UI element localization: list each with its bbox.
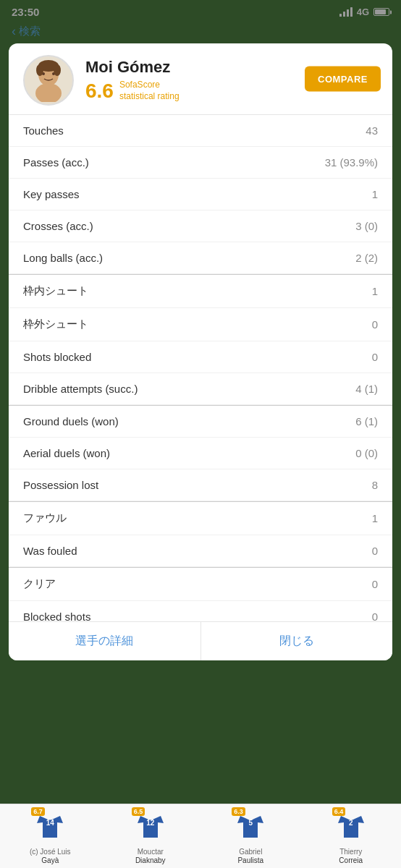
stat-row-key-passes: Key passes 1 [9,179,392,210]
stat-row-possession-lost: Possession lost 8 [9,469,392,501]
stat-label: Dribble attempts (succ.) [23,383,138,395]
svg-point-5 [35,83,62,102]
jersey-wrap: 5 6.3 [235,810,266,845]
stat-row-shots-on: 枠内シュート 1 [9,275,392,308]
stat-row-passes: Passes (acc.) 31 (93.9%) [9,147,392,179]
jersey-number: 5 [248,819,253,827]
rating-badge: 6.3 [232,807,245,816]
player-mini-name: Diaknaby [135,856,166,865]
stat-row-shots-off: 枠外シュート 0 [9,308,392,341]
jersey-wrap: 14 6.7 [34,810,66,845]
player-mini-role: Mouctar [138,848,164,856]
stat-value: 1 [372,512,378,524]
rating-badge: 6.5 [132,807,145,816]
stat-value: 1 [372,188,378,200]
player-mini-role: Thierry [339,848,362,856]
stat-value: 8 [372,479,378,491]
jersey-wrap: 12 6.5 [135,810,166,845]
player-header: Moi Gómez 6.6 SofaScorestatistical ratin… [9,43,392,114]
stat-label: Key passes [23,188,80,200]
player-mini-role: (c) José Luis [30,848,71,856]
modal-overlay: Moi Gómez 6.6 SofaScorestatistical ratin… [0,0,401,868]
stat-label: 枠内シュート [23,284,88,298]
stat-label: クリア [23,577,56,591]
stat-label: ファウル [23,511,67,525]
player-mini-correia[interactable]: 2 6.4 Thierry Correia [322,810,380,865]
stat-row-blocked-shots: Blocked shots 0 [9,601,392,621]
stat-value: 0 [372,318,378,331]
player-mini-name: Paulista [237,856,263,865]
stat-row-crosses: Crosses (acc.) 3 (0) [9,210,392,242]
stat-label: Ground duels (won) [23,415,119,427]
stat-label: Touches [23,124,64,137]
svg-point-9 [36,64,43,76]
player-mini-paulista[interactable]: 5 6.3 Gabriel Paulista [221,810,279,865]
jersey-number: 2 [349,819,353,827]
stat-label: Possession lost [23,479,98,491]
stat-value: 4 (1) [355,383,378,395]
stat-row-long-balls: Long balls (acc.) 2 (2) [9,242,392,274]
svg-point-10 [54,64,61,76]
player-bar: 14 6.7 (c) José Luis Gayà 12 6.5 Mouctar… [0,804,401,868]
stat-row-ground-duels: Ground duels (won) 6 (1) [9,406,392,438]
stat-value: 2 (2) [355,252,378,264]
stat-value: 0 [372,610,378,621]
stat-label: 枠外シュート [23,318,88,331]
stat-value: 3 (0) [355,220,378,232]
close-button[interactable]: 閉じる [201,622,393,660]
avatar [23,55,74,106]
player-mini-gayà[interactable]: 14 6.7 (c) José Luis Gayà [21,810,79,865]
player-stats-modal: Moi Gómez 6.6 SofaScorestatistical ratin… [9,43,392,660]
stat-label: Long balls (acc.) [23,252,103,264]
stat-label: Blocked shots [23,610,90,621]
player-mini-role: Gabriel [239,848,262,856]
stat-label: Was fouled [23,545,77,557]
stat-row-was-fouled: Was fouled 0 [9,535,392,567]
jersey-wrap: 2 6.4 [335,810,367,845]
rating-badge: 6.7 [31,807,45,816]
rating-value: 6.6 [85,80,114,103]
stat-row-aerial-duels: Aerial duels (won) 0 (0) [9,438,392,469]
stat-label: Shots blocked [23,351,91,363]
player-mini-diaknaby[interactable]: 12 6.5 Mouctar Diaknaby [122,810,180,865]
modal-footer: 選手の詳細 閉じる [9,621,392,660]
rating-badge: 6.4 [332,807,346,816]
stats-list: Touches 43 Passes (acc.) 31 (93.9%) Key … [9,115,392,621]
compare-button[interactable]: COMPARE [305,67,381,92]
jersey-number: 12 [146,819,154,827]
stat-label: Passes (acc.) [23,156,89,169]
rating-label: SofaScorestatistical rating [119,80,180,102]
player-detail-button[interactable]: 選手の詳細 [9,622,201,660]
stat-value: 6 (1) [355,415,378,427]
stat-row-touches: Touches 43 [9,115,392,147]
stat-label: Crosses (acc.) [23,220,93,232]
stat-value: 43 [366,124,378,137]
stat-value: 0 (0) [355,447,378,459]
stat-row-clearance: クリア 0 [9,568,392,601]
stat-row-shots-blocked: Shots blocked 0 [9,341,392,373]
jersey-number: 14 [46,819,54,827]
player-mini-name: Gayà [41,856,59,865]
stat-value: 0 [372,578,378,590]
stat-label: Aerial duels (won) [23,447,110,459]
stat-value: 1 [372,285,378,297]
stat-value: 0 [372,351,378,363]
stat-value: 0 [372,545,378,557]
player-mini-name: Correia [339,856,363,865]
stat-row-dribbles: Dribble attempts (succ.) 4 (1) [9,373,392,405]
stat-row-fouls: ファウル 1 [9,502,392,535]
stat-value: 31 (93.9%) [325,156,378,169]
